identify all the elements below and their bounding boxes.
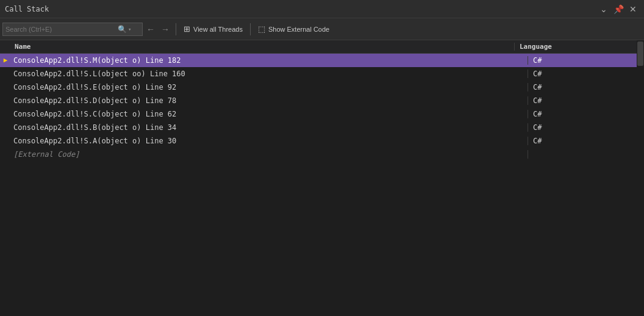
window-title: Call Stack bbox=[5, 5, 49, 13]
row-lang-cell: C# bbox=[528, 96, 644, 105]
title-bar-left: Call Stack bbox=[5, 5, 49, 13]
threads-icon: ⊞ bbox=[184, 24, 190, 34]
row-indicator: ▶ bbox=[0, 56, 11, 64]
search-icon-area: 🔍 ▾ bbox=[118, 25, 131, 34]
row-name-cell: ConsoleApp2.dll!S.D(object o) Line 78 bbox=[11, 96, 528, 105]
row-name-cell: [External Code] bbox=[11, 150, 528, 159]
row-lang-cell: C# bbox=[528, 70, 644, 78]
row-lang-cell: C# bbox=[528, 56, 644, 65]
table-row[interactable]: ConsoleApp2.dll!S.C(object o) Line 62 C# bbox=[0, 107, 644, 121]
back-button[interactable]: ← bbox=[144, 23, 157, 36]
table-row[interactable]: [External Code] bbox=[0, 148, 644, 161]
content-area: Name Language ▶ ConsoleApp2.dll!S.M(obje… bbox=[0, 40, 644, 316]
search-icon: 🔍 bbox=[118, 25, 127, 34]
show-external-code-label: Show External Code bbox=[268, 26, 329, 33]
view-all-threads-button[interactable]: ⊞ View all Threads bbox=[180, 22, 246, 37]
forward-button[interactable]: → bbox=[159, 23, 172, 36]
row-name-cell: ConsoleApp2.dll!S.A(object o) Line 30 bbox=[11, 137, 528, 145]
table-row[interactable]: ConsoleApp2.dll!S.D(object o) Line 78 C# bbox=[0, 94, 644, 107]
column-name-header: Name bbox=[0, 43, 515, 51]
row-name-cell: ConsoleApp2.dll!S.M(object o) Line 182 bbox=[11, 56, 528, 65]
row-name-cell: ConsoleApp2.dll!S.C(object o) Line 62 bbox=[11, 110, 528, 118]
table-row[interactable]: ▶ ConsoleApp2.dll!S.M(object o) Line 182… bbox=[0, 54, 644, 67]
search-input[interactable] bbox=[5, 26, 115, 33]
table-row[interactable]: ConsoleApp2.dll!S.E(object o) Line 92 C# bbox=[0, 81, 644, 94]
row-lang-cell: C# bbox=[528, 83, 644, 92]
show-external-code-button[interactable]: ⬚ Show External Code bbox=[254, 22, 333, 37]
dropdown-button[interactable]: ⌄ bbox=[598, 3, 610, 15]
table-row[interactable]: ConsoleApp2.dll!S.L(object oo) Line 160 … bbox=[0, 67, 644, 81]
search-dropdown-arrow[interactable]: ▾ bbox=[128, 26, 131, 32]
vertical-scrollbar[interactable] bbox=[637, 40, 644, 316]
toolbar: 🔍 ▾ ← → ⊞ View all Threads ⬚ Show Extern… bbox=[0, 18, 644, 40]
back-icon: ← bbox=[146, 24, 155, 34]
table-row[interactable]: ConsoleApp2.dll!S.A(object o) Line 30 C# bbox=[0, 134, 644, 148]
search-box: 🔍 ▾ bbox=[2, 23, 143, 36]
external-code-icon: ⬚ bbox=[258, 24, 265, 34]
scrollbar-thumb[interactable] bbox=[637, 41, 643, 66]
table-header: Name Language bbox=[0, 40, 644, 54]
table-row[interactable]: ConsoleApp2.dll!S.B(object o) Line 34 C# bbox=[0, 121, 644, 134]
title-bar-controls: ⌄ 📌 ✕ bbox=[598, 3, 639, 15]
title-bar: Call Stack ⌄ 📌 ✕ bbox=[0, 0, 644, 18]
row-lang-cell: C# bbox=[528, 110, 644, 118]
forward-icon: → bbox=[161, 24, 170, 34]
toolbar-separator-2 bbox=[250, 23, 251, 35]
pin-button[interactable]: 📌 bbox=[612, 3, 624, 15]
pin-icon: 📌 bbox=[614, 4, 624, 14]
row-name-cell: ConsoleApp2.dll!S.E(object o) Line 92 bbox=[11, 83, 528, 92]
toolbar-separator-1 bbox=[176, 23, 176, 35]
row-name-cell: ConsoleApp2.dll!S.L(object oo) Line 160 bbox=[11, 70, 528, 78]
row-lang-cell: C# bbox=[528, 137, 644, 145]
row-name-cell: ConsoleApp2.dll!S.B(object o) Line 34 bbox=[11, 123, 528, 132]
table-body: ▶ ConsoleApp2.dll!S.M(object o) Line 182… bbox=[0, 54, 644, 161]
close-icon: ✕ bbox=[629, 4, 637, 14]
view-all-threads-label: View all Threads bbox=[193, 26, 243, 33]
chevron-down-icon: ⌄ bbox=[600, 4, 607, 14]
column-language-header: Language bbox=[515, 43, 637, 51]
close-button[interactable]: ✕ bbox=[627, 3, 639, 15]
row-lang-cell: C# bbox=[528, 123, 644, 132]
